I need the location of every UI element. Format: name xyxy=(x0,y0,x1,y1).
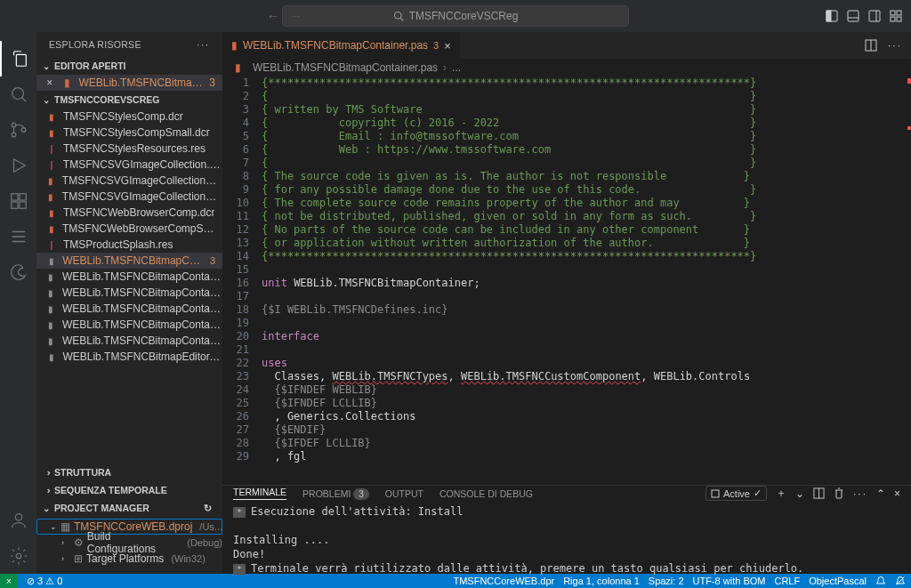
terminal-dropdown-icon[interactable]: ⌄ xyxy=(795,487,804,500)
file-item[interactable]: ▮TMSFNCWebBrowserCompSmall.... xyxy=(36,221,222,237)
file-item[interactable]: ▮WEBLib.TMSFNCBitmapContainer... xyxy=(36,301,222,317)
list-icon[interactable] xyxy=(0,219,36,254)
file-item[interactable]: ▮TMSFNCSVGImageCollectionCom... xyxy=(36,189,222,205)
svg-point-25 xyxy=(15,514,21,520)
file-item[interactable]: ▮TMSFNCWebBrowserComp.dcr xyxy=(36,205,222,221)
file-label: TMSFNCWebBrowserCompSmall.... xyxy=(62,222,222,235)
open-editor-label: WEBLib.TMSFNCBitmap... xyxy=(78,77,204,89)
file-item[interactable]: ▮WEBLib.TMSFNCBitmapContainer... xyxy=(36,285,222,301)
svg-rect-18 xyxy=(11,194,17,200)
chevron-right-icon: › xyxy=(61,554,70,563)
split-terminal-icon[interactable] xyxy=(813,487,825,499)
file-list: ▮TMSFNCStylesComp.dcr▮TMSFNCStylesCompSm… xyxy=(36,109,222,463)
errors-warnings[interactable]: ⊘3 ⚠0 xyxy=(27,576,62,587)
search-activity-icon[interactable] xyxy=(0,77,36,112)
outline-section[interactable]: ⌄ STRUTTURA xyxy=(36,463,222,481)
file-label: TMSFNCSVGImageCollectionCom... xyxy=(62,174,222,187)
chevron-down-icon: ⌄ xyxy=(40,503,52,513)
file-item[interactable]: ▮WEBLib.TMSFNCBitmapContainer... xyxy=(36,269,222,285)
file-item[interactable]: ▮WEBLib.TMSFNCBitmapContainer... xyxy=(36,333,222,349)
file-item[interactable]: |TMSProductSplash.res xyxy=(36,237,222,253)
project-icon: ▦ xyxy=(60,520,70,533)
nav-back-icon[interactable]: ← xyxy=(267,9,279,23)
refresh-icon[interactable]: ↻ xyxy=(204,503,212,513)
svg-point-15 xyxy=(12,133,16,137)
close-panel-icon[interactable]: × xyxy=(894,487,900,500)
more-actions-icon[interactable]: ··· xyxy=(888,39,902,52)
open-editor-item[interactable]: × ▮ WEBLib.TMSFNCBitmap... 3 xyxy=(36,75,222,91)
problems-tab[interactable]: PROBLEMI 3 xyxy=(302,488,369,499)
edge-icon[interactable] xyxy=(0,254,36,290)
svg-point-16 xyxy=(21,128,26,133)
split-editor-icon[interactable] xyxy=(865,39,877,52)
editor-tab[interactable]: ▮ WEBLib.TMSFNCBitmapContainer.pas 3 × xyxy=(222,32,460,59)
file-item[interactable]: ▮WEBLib.TMSFNCBitmapEditor.pas xyxy=(36,349,222,365)
file-label: WEBLib.TMSFNCBitmapContainer... xyxy=(62,318,222,331)
file-item[interactable]: ▮TMSFNCStylesCompSmall.dcr xyxy=(36,125,222,141)
sidebar-more-icon[interactable]: ··· xyxy=(197,39,210,50)
close-tab-icon[interactable]: × xyxy=(444,39,451,52)
open-editors-section[interactable]: ⌄ EDITOR APERTI xyxy=(36,57,222,75)
error-icon: ⊘ xyxy=(27,576,35,587)
file-icon: ▮ xyxy=(45,128,58,138)
file-label: WEBLib.TMSFNCBitmapContainer... xyxy=(62,302,222,315)
terminal-tab[interactable]: TERMINALE xyxy=(233,487,286,500)
breadcrumb[interactable]: ▮ WEBLib.TMSFNCBitmapContainer.pas › ... xyxy=(222,59,911,77)
check-icon: ✓ xyxy=(754,487,762,499)
file-label: WEBLib.TMSFNCBitmapCont... xyxy=(62,254,205,267)
extensions-icon[interactable] xyxy=(0,183,36,219)
output-tab[interactable]: OUTPUT xyxy=(385,488,423,499)
close-icon[interactable]: × xyxy=(44,77,56,89)
layout-bottom-icon[interactable] xyxy=(847,10,859,22)
svg-point-26 xyxy=(16,553,21,559)
file-item[interactable]: ▮TMSFNCSVGImageCollectionCom... xyxy=(36,173,222,189)
layout-right-icon[interactable] xyxy=(868,10,881,22)
run-debug-icon[interactable] xyxy=(0,148,36,183)
file-item[interactable]: |TMSFNCSVGImageCollection.res xyxy=(36,157,222,173)
timeline-section[interactable]: ⌄ SEQUENZA TEMPORALE xyxy=(36,481,222,499)
maximize-panel-icon[interactable]: ⌃ xyxy=(876,487,885,500)
search-placeholder: TMSFNCCoreVSCReg xyxy=(409,10,519,22)
terminal-output[interactable]: *Esecuzione dell'attività: Install Insta… xyxy=(222,501,911,579)
command-center-search[interactable]: TMSFNCCoreVSCReg xyxy=(282,5,629,27)
layout-left-icon[interactable] xyxy=(826,10,838,22)
file-item[interactable]: ▮TMSFNCStylesComp.dcr xyxy=(36,109,222,125)
terminal-task-indicator[interactable]: Active ✓ xyxy=(705,486,767,501)
file-icon: ▮ xyxy=(45,208,58,218)
nav-arrows: ← → xyxy=(267,9,302,23)
workspace-section[interactable]: ⌄ TMSFNCCOREVSCREG xyxy=(36,91,222,109)
file-label: WEBLib.TMSFNCBitmapEditor.pas xyxy=(62,350,222,363)
sidebar-header: ESPLORA RISORSE ··· xyxy=(36,32,222,57)
more-icon[interactable]: ··· xyxy=(853,487,867,500)
file-item[interactable]: ▮WEBLib.TMSFNCBitmapCont...3 xyxy=(36,253,222,269)
nav-forward-icon[interactable]: → xyxy=(290,9,302,23)
error-marker xyxy=(907,78,911,84)
activity-bar xyxy=(0,32,36,574)
build-configurations[interactable]: › ⚙ Build Configurations (Debug) xyxy=(36,535,222,551)
debug-console-tab[interactable]: CONSOLE DI DEBUG xyxy=(439,488,533,499)
code-editor[interactable]: 1234567891011121314151617181920212223242… xyxy=(222,77,911,485)
file-label: TMSFNCStylesResources.res xyxy=(63,142,206,155)
target-platforms[interactable]: › ⊞ Target Platforms (Win32) xyxy=(36,551,222,567)
account-icon[interactable] xyxy=(0,503,36,538)
file-item[interactable]: ▮WEBLib.TMSFNCBitmapContainer... xyxy=(36,317,222,333)
source-control-icon[interactable] xyxy=(0,112,36,148)
svg-rect-29 xyxy=(712,490,719,497)
new-terminal-icon[interactable]: ＋ xyxy=(776,486,786,501)
line-gutter: 1234567891011121314151617181920212223242… xyxy=(222,77,262,485)
editor-tabs: ▮ WEBLib.TMSFNCBitmapContainer.pas 3 × ·… xyxy=(222,32,911,59)
file-icon: ▮ xyxy=(45,320,57,330)
layout-customize-icon[interactable] xyxy=(890,10,902,22)
svg-line-13 xyxy=(21,98,26,102)
chevron-down-icon: ⌄ xyxy=(40,61,52,71)
file-item[interactable]: |TMSFNCStylesResources.res xyxy=(36,141,222,157)
kill-terminal-icon[interactable] xyxy=(834,487,844,499)
project-manager-section[interactable]: ⌄ PROJECT MANAGER ↻ xyxy=(36,499,222,517)
remote-indicator[interactable]: × xyxy=(0,574,18,588)
svg-rect-11 xyxy=(897,17,901,21)
file-label: TMSFNCSVGImageCollectionCom... xyxy=(62,190,222,203)
svg-rect-10 xyxy=(891,17,895,21)
settings-gear-icon[interactable] xyxy=(0,538,36,574)
file-label: WEBLib.TMSFNCBitmapContainer... xyxy=(62,286,222,299)
explorer-icon[interactable] xyxy=(0,41,36,77)
